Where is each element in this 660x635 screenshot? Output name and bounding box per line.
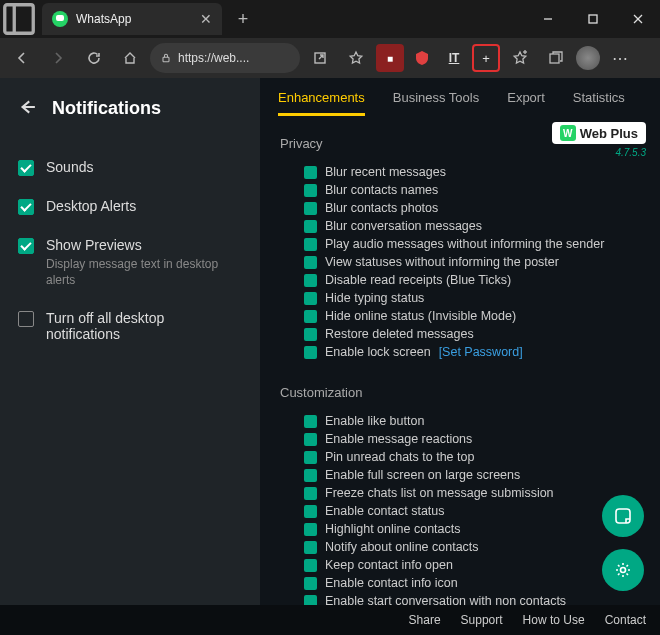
bottom-link[interactable]: How to Use [523,613,585,627]
option-row[interactable]: Disable read receipts (Blue Ticks) [304,273,640,287]
forward-button[interactable] [42,42,74,74]
checkbox[interactable] [18,238,34,254]
new-tab-button[interactable]: + [228,4,258,34]
svg-rect-6 [163,57,169,62]
option-row[interactable]: Pin unread chats to the top [304,450,640,464]
setting-row[interactable]: Desktop Alerts [18,198,242,215]
option-row[interactable]: Enable start conversation with non conta… [304,594,640,605]
option-checkbox[interactable] [304,541,317,554]
option-checkbox[interactable] [304,415,317,428]
lock-icon [160,52,172,64]
tab-actions-icon[interactable] [0,0,38,38]
option-row[interactable]: Restore deleted messages [304,327,640,341]
option-checkbox[interactable] [304,328,317,341]
option-row[interactable]: Enable full screen on large screens [304,468,640,482]
webplus-extension-icon[interactable]: + [472,44,500,72]
setting-row[interactable]: Show PreviewsDisplay message text in des… [18,237,242,288]
settings-sidebar: Notifications SoundsDesktop AlertsShow P… [0,78,260,605]
option-row[interactable]: Blur conversation messages [304,219,640,233]
option-checkbox[interactable] [304,451,317,464]
option-checkbox[interactable] [304,274,317,287]
option-label: Enable like button [325,414,424,428]
add-favorite-icon[interactable] [340,42,372,74]
option-checkbox[interactable] [304,595,317,606]
favorites-button[interactable] [504,42,536,74]
collections-button[interactable] [540,42,572,74]
setting-row[interactable]: Turn off all desktop notifications [18,310,242,342]
bottom-link[interactable]: Share [409,613,441,627]
option-checkbox[interactable] [304,346,317,359]
option-row[interactable]: View statuses without informing the post… [304,255,640,269]
option-label: Enable contact info icon [325,576,458,590]
option-row[interactable]: Enable like button [304,414,640,428]
option-checkbox[interactable] [304,238,317,251]
close-window-button[interactable] [615,0,660,38]
bottom-link[interactable]: Support [461,613,503,627]
option-checkbox[interactable] [304,469,317,482]
panel-tab[interactable]: Business Tools [393,90,479,116]
option-row[interactable]: Enable message reactions [304,432,640,446]
tab-close-icon[interactable]: ✕ [200,11,212,27]
option-checkbox[interactable] [304,220,317,233]
back-arrow-icon[interactable] [18,98,36,119]
panel-tab[interactable]: Statistics [573,90,625,116]
option-label: Blur contacts names [325,183,438,197]
option-checkbox[interactable] [304,292,317,305]
option-row[interactable]: Notify about online contacts [304,540,640,554]
extension-icon[interactable]: ■ [376,44,404,72]
option-row[interactable]: Play audio messages without informing th… [304,237,640,251]
option-label: Hide online status (Invisible Mode) [325,309,516,323]
option-row[interactable]: Highlight online contacts [304,522,640,536]
setting-row[interactable]: Sounds [18,159,242,176]
option-checkbox[interactable] [304,310,317,323]
refresh-button[interactable] [78,42,110,74]
home-button[interactable] [114,42,146,74]
option-row[interactable]: Blur contacts photos [304,201,640,215]
browser-tab[interactable]: WhatsApp ✕ [42,3,222,35]
option-row[interactable]: Enable contact status [304,504,640,518]
checkbox[interactable] [18,199,34,215]
option-checkbox[interactable] [304,202,317,215]
options-scroll[interactable]: PrivacyBlur recent messagesBlur contacts… [260,116,660,605]
more-menu-button[interactable]: ⋯ [604,42,636,74]
checkbox[interactable] [18,160,34,176]
profile-avatar[interactable] [576,46,600,70]
option-row[interactable]: Blur recent messages [304,165,640,179]
minimize-button[interactable] [525,0,570,38]
option-checkbox[interactable] [304,487,317,500]
option-checkbox[interactable] [304,523,317,536]
settings-fab[interactable] [602,549,644,591]
open-external-icon[interactable] [304,42,336,74]
adblock-icon[interactable] [408,44,436,72]
address-bar[interactable]: https://web.... [150,43,300,73]
option-checkbox[interactable] [304,166,317,179]
option-row[interactable]: Hide typing status [304,291,640,305]
extension-it-icon[interactable]: IT [440,44,468,72]
brand-badge[interactable]: WWeb Plus 4.7.5.3 [552,122,646,158]
option-checkbox[interactable] [304,433,317,446]
option-row[interactable]: Freeze chats list on message submission [304,486,640,500]
brand-logo-icon: W [560,125,576,141]
option-label: View statuses without informing the post… [325,255,559,269]
option-checkbox[interactable] [304,256,317,269]
option-checkbox[interactable] [304,184,317,197]
option-label: Enable message reactions [325,432,472,446]
option-checkbox[interactable] [304,559,317,572]
option-row[interactable]: Hide online status (Invisible Mode) [304,309,640,323]
option-row[interactable]: Keep contact info open [304,558,640,572]
option-link[interactable]: [Set Password] [439,345,523,359]
checkbox[interactable] [18,311,34,327]
back-button[interactable] [6,42,38,74]
extensions-group: ■ IT + [376,44,500,72]
panel-tab[interactable]: Enhancements [278,90,365,116]
panel-tab[interactable]: Export [507,90,545,116]
option-checkbox[interactable] [304,577,317,590]
option-checkbox[interactable] [304,505,317,518]
option-row[interactable]: Enable lock screen [Set Password] [304,345,640,359]
option-row[interactable]: Blur contacts names [304,183,640,197]
bottom-link[interactable]: Contact [605,613,646,627]
sticker-fab[interactable] [602,495,644,537]
option-row[interactable]: Enable contact info icon [304,576,640,590]
maximize-button[interactable] [570,0,615,38]
option-label: Hide typing status [325,291,424,305]
